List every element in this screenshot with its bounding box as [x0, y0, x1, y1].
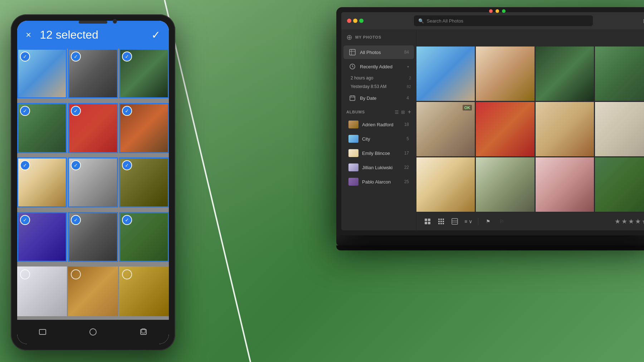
- album-thumb-city: [348, 135, 358, 143]
- check-badge-15: [122, 269, 132, 279]
- svg-point-2: [90, 329, 96, 335]
- sidebar-item-recently-added[interactable]: Recently Added ▾: [343, 60, 414, 73]
- grid-medium-button[interactable]: [436, 216, 447, 227]
- svg-rect-26: [440, 223, 442, 224]
- phone-photo-4[interactable]: ✓: [17, 103, 67, 153]
- star-2[interactable]: ★: [621, 217, 627, 225]
- phone-photo-3[interactable]: ✓: [119, 49, 169, 98]
- grid-small-button[interactable]: [449, 216, 460, 227]
- svg-rect-18: [428, 222, 430, 224]
- check-badge-9: ✓: [122, 160, 132, 170]
- titlebar-close[interactable]: [347, 19, 351, 23]
- bottom-toolbar: ≡ ∨ ⚑ ⚐ ★ ★ ★ ★ ★: [416, 212, 644, 230]
- app-body: ⊕ MY PHOTOS All Photos: [341, 29, 644, 230]
- sidebar-item-all-photos[interactable]: All Photos 84: [343, 45, 414, 59]
- star-rating: ★ ★ ★ ★ ★: [615, 217, 644, 225]
- desktop-photo-4[interactable]: [595, 47, 644, 101]
- phone-photo-12[interactable]: ✓: [119, 212, 169, 262]
- sidebar-add-icon[interactable]: ⊕: [346, 33, 352, 41]
- phone-photo-6[interactable]: ✓: [119, 103, 169, 153]
- sidebar-subitem-2hours[interactable]: 2 hours ago 2: [341, 74, 416, 82]
- check-badge-11: ✓: [71, 215, 81, 225]
- desktop-photo-10[interactable]: [476, 157, 534, 212]
- phone-photo-5[interactable]: ✓: [68, 103, 118, 153]
- sidebar-album-emily[interactable]: Emily Blincoe 17: [343, 146, 414, 160]
- phone-photo-14[interactable]: [68, 266, 118, 316]
- desktop-photo-6[interactable]: [476, 102, 534, 156]
- phone-back-button[interactable]: [36, 326, 49, 338]
- desktop-photo-9[interactable]: [416, 157, 475, 212]
- sidebar-subitem-yesterday[interactable]: Yesterday 8:53 AM 82: [341, 82, 416, 91]
- window-close-dot[interactable]: [489, 9, 493, 13]
- svg-rect-17: [425, 222, 427, 224]
- svg-rect-25: [438, 223, 440, 224]
- star-1[interactable]: ★: [615, 217, 620, 225]
- phone-camera: [113, 19, 117, 24]
- toolbar-separator: [478, 218, 478, 225]
- sidebar-item-by-date[interactable]: By Date 4: [343, 91, 414, 105]
- star-4[interactable]: ★: [635, 217, 641, 225]
- flag-button[interactable]: ⚑: [483, 216, 493, 227]
- desktop-photo-2[interactable]: [476, 47, 534, 101]
- album-thumb-jillian: [348, 163, 358, 171]
- star-3[interactable]: ★: [628, 217, 634, 225]
- phone-confirm-icon[interactable]: ✓: [151, 29, 160, 41]
- desktop-photo-7[interactable]: [536, 102, 594, 156]
- sidebar-album-city[interactable]: City 5: [343, 132, 414, 146]
- 2hours-label: 2 hours ago: [351, 75, 406, 80]
- phone-photo-15[interactable]: [119, 266, 169, 316]
- desktop-photo-12[interactable]: [595, 157, 644, 212]
- flag-outline-button[interactable]: ⚐: [496, 216, 507, 227]
- svg-rect-27: [443, 223, 444, 224]
- sidebar: ⊕ MY PHOTOS All Photos: [341, 29, 416, 230]
- star-5[interactable]: ★: [642, 217, 644, 225]
- window-maximize-dot[interactable]: [502, 9, 506, 13]
- window-minimize-dot[interactable]: [496, 9, 499, 13]
- grid-view-icon[interactable]: ⊞: [401, 109, 405, 115]
- search-icon: 🔍: [418, 18, 424, 24]
- phone-photo-8[interactable]: ✓: [68, 157, 118, 207]
- recently-added-arrow: ▾: [407, 65, 409, 69]
- phone-photo-1[interactable]: ✓: [17, 49, 67, 98]
- phone-home-button[interactable]: [87, 326, 99, 338]
- phone-photo-13[interactable]: [17, 266, 67, 316]
- check-badge-1: ✓: [20, 52, 30, 62]
- desktop-photo-1[interactable]: [416, 47, 475, 101]
- phone-photo-7[interactable]: ✓: [17, 157, 67, 207]
- svg-rect-5: [350, 49, 355, 55]
- desktop-photo-8[interactable]: [595, 102, 644, 156]
- sidebar-album-jillian[interactable]: Jillian Lukiwski 22: [343, 161, 414, 174]
- list-view-button[interactable]: ≡ ∨: [463, 216, 474, 227]
- svg-rect-28: [452, 219, 458, 224]
- grid-large-button[interactable]: [422, 216, 433, 227]
- main-photo-area: OK: [416, 29, 644, 230]
- sidebar-album-adrien[interactable]: Adrien Radford 18: [343, 118, 414, 131]
- phone-photo-2[interactable]: ✓: [68, 49, 118, 98]
- 2hours-count: 2: [409, 76, 411, 80]
- add-album-button[interactable]: +: [408, 109, 411, 115]
- phone-recents-button[interactable]: [137, 326, 150, 338]
- check-badge-6: ✓: [122, 106, 132, 116]
- album-count-pablo: 25: [404, 179, 409, 184]
- phone-photo-grid: ✓ ✓ ✓ ✓ ✓: [17, 49, 169, 320]
- phone-screen: × 12 selected ✓ ✓ ✓ ✓: [17, 21, 169, 344]
- desktop-photo-3[interactable]: [536, 47, 594, 101]
- recently-added-label: Recently Added: [360, 64, 402, 69]
- titlebar-maximize[interactable]: [359, 19, 364, 23]
- phone-close-icon[interactable]: ×: [26, 29, 31, 40]
- all-photos-label: All Photos: [360, 50, 401, 55]
- list-view-icon[interactable]: ☰: [395, 109, 399, 115]
- svg-rect-7: [351, 49, 352, 55]
- album-thumb-pablo: [348, 178, 358, 186]
- desktop-photo-11[interactable]: [536, 157, 594, 212]
- check-badge-4: ✓: [20, 106, 30, 116]
- check-badge-13: [20, 269, 30, 279]
- phone-photo-10[interactable]: ✓: [17, 212, 67, 262]
- album-count-jillian: 22: [404, 165, 409, 170]
- phone-photo-11[interactable]: ✓: [68, 212, 118, 262]
- titlebar-minimize[interactable]: [353, 19, 357, 23]
- all-photos-count: 84: [404, 50, 409, 55]
- sidebar-album-pablo[interactable]: Pablo Alarcon 25: [343, 175, 414, 189]
- phone-photo-9[interactable]: ✓: [119, 157, 169, 207]
- desktop-photo-5[interactable]: OK: [416, 102, 475, 156]
